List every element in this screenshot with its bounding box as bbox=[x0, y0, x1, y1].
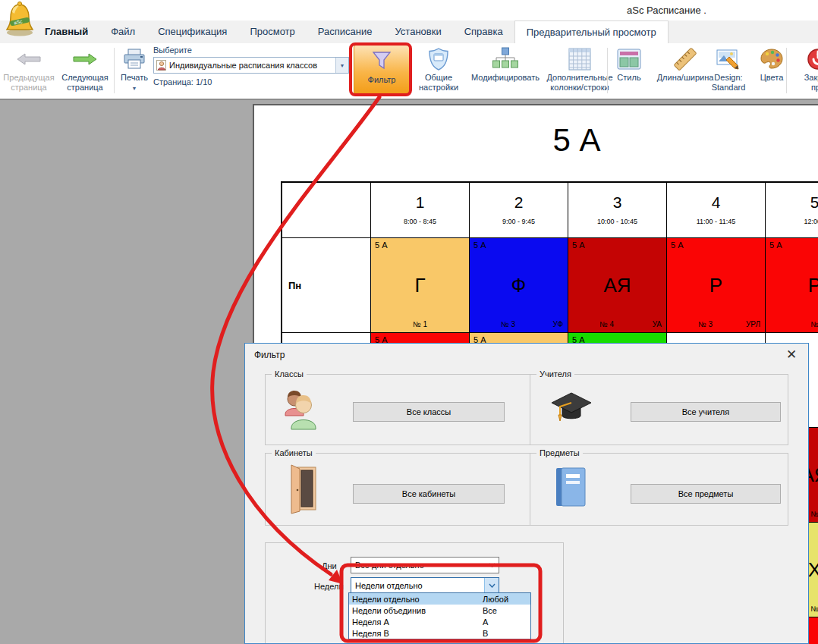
window-titlebar: aSc Расписание . bbox=[0, 0, 818, 20]
all-subjects-button[interactable]: Все предметы bbox=[631, 484, 781, 504]
previous-page-button[interactable]: Предыдущая страница bbox=[2, 45, 56, 96]
week-option[interactable]: Неделя ВВ bbox=[349, 627, 530, 639]
colors-button[interactable]: Цвета bbox=[753, 45, 791, 96]
toolbar-separator bbox=[786, 48, 787, 93]
window-title: aSc Расписание . bbox=[627, 5, 706, 16]
lesson-cell[interactable]: 5 ААЯ№ 4УА bbox=[568, 238, 667, 333]
arrow-right-icon bbox=[72, 46, 98, 73]
filter-button[interactable]: Фильтр bbox=[354, 45, 410, 95]
tab-prosmotr[interactable]: Просмотр bbox=[238, 20, 306, 43]
chevron-down-icon[interactable] bbox=[485, 558, 499, 573]
shield-icon bbox=[427, 46, 450, 73]
lesson-cell[interactable]: 5 АФ№ 3УФ bbox=[470, 238, 568, 333]
classes-group: Классы Все классы bbox=[265, 374, 564, 445]
graduation-cap-icon bbox=[550, 390, 593, 429]
days-label: Дни bbox=[322, 561, 337, 570]
layout-style-icon bbox=[617, 46, 641, 73]
dialog-close-icon[interactable]: ✕ bbox=[784, 347, 799, 363]
org-chart-icon bbox=[492, 46, 519, 73]
close-preview-button[interactable]: Закрыт про bbox=[791, 45, 818, 96]
tab-specifikaciya[interactable]: Спецификация bbox=[146, 20, 238, 43]
period-header: 18:00 - 8:45 bbox=[371, 183, 470, 238]
dialog-title: Фильтр bbox=[254, 350, 285, 360]
printer-icon bbox=[122, 46, 146, 73]
tab-fail[interactable]: Файл bbox=[99, 20, 146, 43]
book-icon bbox=[553, 466, 588, 513]
grid-table-icon bbox=[568, 46, 591, 73]
toolbar-separator bbox=[607, 48, 608, 93]
combo-dropdown-button[interactable]: ▼ bbox=[335, 58, 348, 73]
arrow-left-icon bbox=[16, 46, 42, 73]
filter-dialog: Фильтр ✕ Классы Все классы Учителя bbox=[244, 343, 809, 644]
person-doc-icon bbox=[156, 60, 166, 71]
funnel-icon bbox=[371, 46, 392, 75]
lesson-cell[interactable]: 5 АГ№ 1 bbox=[371, 238, 470, 333]
class-title: 5 А bbox=[527, 122, 626, 159]
weeks-combobox[interactable]: Недели отдельно bbox=[351, 577, 499, 594]
period-header: 310:00 - 10:45 bbox=[568, 183, 667, 238]
extra-columns-rows-button[interactable]: Дополнительные колонки/строки bbox=[542, 45, 618, 96]
weeks-dropdown-list: Недели отдельноЛюбой Недели объединивВсе… bbox=[348, 592, 531, 639]
lesson-cell[interactable]: 5 АР№ 3УРЛ bbox=[667, 238, 766, 333]
all-classes-button[interactable]: Все классы bbox=[353, 402, 505, 422]
teachers-group: Учителя Все учителя bbox=[530, 374, 788, 445]
all-rooms-button[interactable]: Все кабинеты bbox=[353, 484, 505, 504]
style-button[interactable]: Стиль bbox=[612, 45, 647, 96]
students-icon bbox=[281, 388, 320, 435]
period-header: 411:00 - 11:45 bbox=[667, 183, 766, 238]
all-teachers-button[interactable]: Все учителя bbox=[631, 402, 781, 422]
rooms-group: Кабинеты Все кабинеты bbox=[265, 453, 564, 526]
general-settings-button[interactable]: Общие настройки bbox=[414, 45, 463, 96]
tab-preview-active[interactable]: Предварительный просмотр bbox=[514, 20, 669, 43]
subjects-group: Предметы Все предметы bbox=[530, 453, 788, 526]
design-button[interactable]: Design: Standard bbox=[704, 45, 753, 96]
page-indicator: Страница: 1/10 bbox=[153, 77, 349, 86]
day-label: Пн bbox=[282, 238, 371, 333]
schedule-type-combobox[interactable]: Индивидуальные расписания классов ▼ bbox=[153, 57, 349, 74]
door-icon bbox=[287, 464, 320, 517]
week-option[interactable]: Неделя АА bbox=[349, 616, 530, 627]
corner-cell bbox=[282, 183, 371, 238]
toolbar-separator bbox=[114, 48, 115, 93]
days-combobox[interactable]: Все дни отдельно bbox=[351, 557, 499, 573]
week-option[interactable]: Недели отдельноЛюбой bbox=[349, 593, 530, 605]
lesson-cell[interactable]: 5 АР№ bbox=[766, 238, 818, 333]
tab-ustanovki[interactable]: Установки bbox=[383, 20, 452, 43]
tab-glavny[interactable]: Главный bbox=[33, 20, 99, 43]
chevron-down-icon[interactable] bbox=[484, 578, 499, 593]
tab-spravka[interactable]: Справка bbox=[453, 20, 514, 43]
tab-raspisanie[interactable]: Расписание bbox=[307, 20, 384, 43]
print-button[interactable]: Печать ▼ bbox=[117, 45, 152, 96]
close-preview-icon bbox=[807, 46, 818, 73]
period-header: 512:00 - bbox=[766, 183, 818, 238]
week-option[interactable]: Недели объединивВсе bbox=[349, 605, 530, 616]
picture-pencil-icon bbox=[716, 46, 741, 73]
ribbon-toolbar: Предыдущая страница Следующая страница П… bbox=[0, 43, 818, 99]
weeks-label: Недели bbox=[314, 582, 344, 591]
ruler-icon bbox=[672, 46, 699, 73]
period-header: 29:00 - 9:45 bbox=[470, 183, 568, 238]
modify-button[interactable]: Модифицировать bbox=[464, 45, 546, 96]
asc-bell-logo-icon[interactable]: aSc bbox=[4, 1, 37, 37]
menu-tabbar: Главный Файл Спецификация Просмотр Распи… bbox=[0, 20, 818, 43]
choose-label: Выберите bbox=[153, 46, 192, 55]
print-dropdown-caret[interactable]: ▼ bbox=[132, 83, 137, 93]
palette-icon bbox=[760, 46, 783, 73]
next-page-button[interactable]: Следующая страница bbox=[58, 45, 112, 96]
schedule-chooser: Выберите Индивидуальные расписания класс… bbox=[153, 46, 349, 86]
